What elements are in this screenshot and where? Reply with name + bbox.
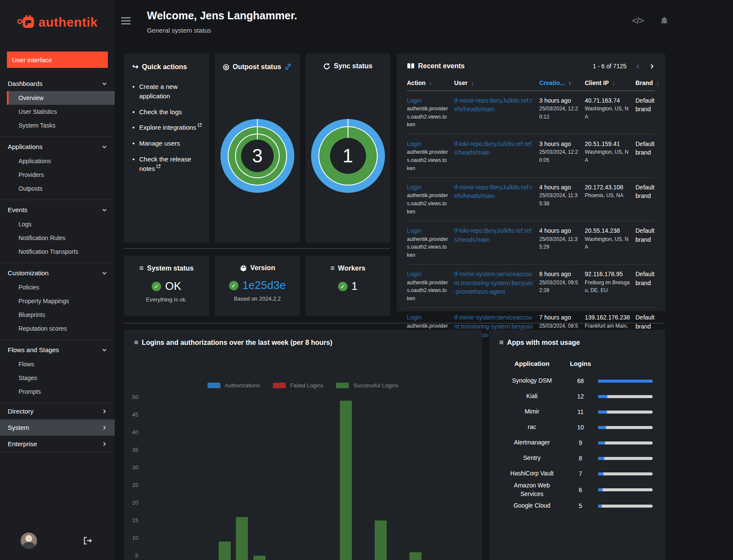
topbar: Welcome, Jens Langhammer. General system… [115,0,733,54]
event-user-link[interactable]: tf-mimir-repo:BeryJu/k8s:ref:refs/heads/… [454,97,532,113]
sidebar-group-header-customization[interactable]: Customization [0,265,115,280]
event-client-ip: 40.71.163.74 [585,96,630,105]
sidebar-item-blueprints[interactable]: Blueprints [0,308,115,322]
sidebar-item-logs[interactable]: Logs [0,217,115,231]
app-name: HashiCorp Vault [498,469,566,478]
app-name: Alertmanager [498,438,566,447]
link-icon[interactable] [284,63,292,70]
bell-icon[interactable] [660,16,669,25]
version-value[interactable]: 1e25d3e [242,279,286,292]
event-relative-time: 4 hours ago [539,226,580,235]
usage-progress-bar [598,505,653,508]
sidebar-item-label: Enterprise [8,440,37,447]
sidebar-item-user-statistics[interactable]: User Statistics [0,105,115,119]
sidebar-item-overview[interactable]: Overview [7,91,115,105]
sidebar-item-system-tasks[interactable]: System Tasks [0,119,115,132]
event-action-link[interactable]: Login [407,140,421,147]
avatar[interactable] [21,533,37,549]
app-name: Sentry [498,454,566,463]
user-interface-button[interactable]: User interface [7,52,108,68]
sidebar-group-header-applications[interactable]: Applications [0,139,115,154]
quick-action-create-a-new-application[interactable]: Create a new application [132,82,203,101]
event-user-link[interactable]: tf-loki-repo:BeryJu/k8s:ref:refs/heads/m… [454,227,531,243]
sidebar-item-reputation-scores[interactable]: Reputation scores [0,322,115,335]
app-name: Google Cloud [498,502,566,510]
code-icon[interactable]: </> [632,15,644,26]
event-user-link[interactable]: tf-mimir-repo:BeryJu/k8s:ref:refs/heads/… [454,184,532,199]
app-logins: 7 [566,470,595,477]
sidebar-group-header-events[interactable]: Events [0,202,115,217]
sync-status-value: 1 [311,119,385,193]
app-usage-row-synology-dsm: Synology DSM68 [498,373,657,389]
sort-icon: ↕ [429,80,432,86]
event-row[interactable]: Loginauthentik.providers.oauth2.views.to… [407,91,655,134]
outpost-status-donut: 3 [220,119,294,193]
app-name: Synology DSM [498,377,566,385]
column-header-client-ip[interactable]: Client IP↕ [585,79,630,86]
pagination-next-icon[interactable] [649,64,655,69]
sidebar-group-header-flows-and-stages[interactable]: Flows and Stages [0,342,115,357]
column-header-user[interactable]: User↕ [454,79,534,86]
event-row[interactable]: Loginauthentik.providers.oauth2.views.to… [407,265,655,308]
column-header-creatio[interactable]: Creatio...↑ [539,79,580,86]
y-axis-tick: 50 [127,394,138,400]
sidebar-item-providers[interactable]: Providers [0,168,115,182]
sidebar-item-notification-rules[interactable]: Notification Rules [0,231,115,245]
events-table-body: Loginauthentik.providers.oauth2.views.to… [407,91,655,351]
quick-action-check-the-release-notes[interactable]: Check the release notes [132,155,203,173]
chart-bar [236,517,248,560]
column-header-action[interactable]: Action↕ [407,79,449,86]
sidebar-item-directory[interactable]: Directory [0,403,115,419]
sidebar-item-flows[interactable]: Flows [0,357,115,371]
sidebar-item-property-mappings[interactable]: Property Mappings [0,294,115,308]
chart-legend: AuthorizationsFailed LoginsSuccessful Lo… [124,382,482,389]
column-header-brand[interactable]: Brand↕ [635,79,659,86]
sidebar-item-applications[interactable]: Applications [0,154,115,168]
pagination-prev-icon[interactable] [635,64,641,69]
sidebar-item-notification-transports[interactable]: Notification Transports [0,245,115,259]
page-subtitle: General system status [147,27,211,34]
system-status-title: System status [147,265,194,272]
event-location: Washington, US, NA [585,105,630,121]
event-user-link[interactable]: tf-loki-repo:BeryJu/k8s:ref:refs/heads/m… [454,140,531,156]
quick-action-check-the-logs[interactable]: Check the logs [132,107,203,117]
chevron-right-icon [102,409,107,414]
event-action-link[interactable]: Login [407,314,421,321]
event-row[interactable]: Loginauthentik.providers.oauth2.views.to… [407,221,655,265]
logout-icon[interactable] [83,536,92,545]
menu-icon[interactable] [121,17,131,26]
sidebar-item-prompts[interactable]: Prompts [0,385,115,399]
sidebar-item-label: System [8,424,29,431]
event-relative-time: 4 hours ago [539,183,580,192]
event-client-ip: 20.51.159.41 [585,140,630,148]
app-logins: 10 [566,424,595,431]
event-action-link[interactable]: Login [407,97,421,104]
app-usage-row-amazon-web-services: Amazon Web Services6 [498,481,657,498]
chevron-down-icon [102,81,107,86]
chart-bar [375,520,387,560]
event-action-link[interactable]: Login [407,271,421,277]
check-circle-icon: ✓ [338,282,348,291]
chevron-right-icon [102,441,107,447]
y-axis-tick: 15 [127,517,138,523]
quick-action-explore-integrations[interactable]: Explore integrations [132,123,203,132]
legend-swatch [273,383,286,388]
quick-action-manage-users[interactable]: Manage users [132,139,203,148]
event-row[interactable]: Loginauthentik.providers.oauth2.views.to… [407,134,655,178]
y-axis-tick: 40 [127,429,138,435]
logins-chart-card: ≡ Logins and authorizations over the las… [124,330,482,560]
sidebar-item-enterprise[interactable]: Enterprise [0,435,115,452]
recent-events-title: Recent events [418,62,465,70]
event-user-link[interactable]: tf-mimir-system:serviceaccount:monitorin… [454,271,533,295]
sidebar-item-policies[interactable]: Policies [0,280,115,294]
app-logins: 11 [566,408,595,415]
event-action-link[interactable]: Login [407,184,421,191]
sidebar-group-header-dashboards[interactable]: Dashboards [0,76,115,91]
sidebar-item-stages[interactable]: Stages [0,371,115,385]
event-row[interactable]: Loginauthentik.providers.oauth2.views.to… [407,178,655,221]
sidebar-item-system[interactable]: System [0,419,115,435]
sidebar-item-outposts[interactable]: Outposts [0,182,115,195]
sidebar-group-label: Customization [8,269,49,277]
event-action-link[interactable]: Login [407,227,421,234]
app-logins: 5 [566,502,595,509]
